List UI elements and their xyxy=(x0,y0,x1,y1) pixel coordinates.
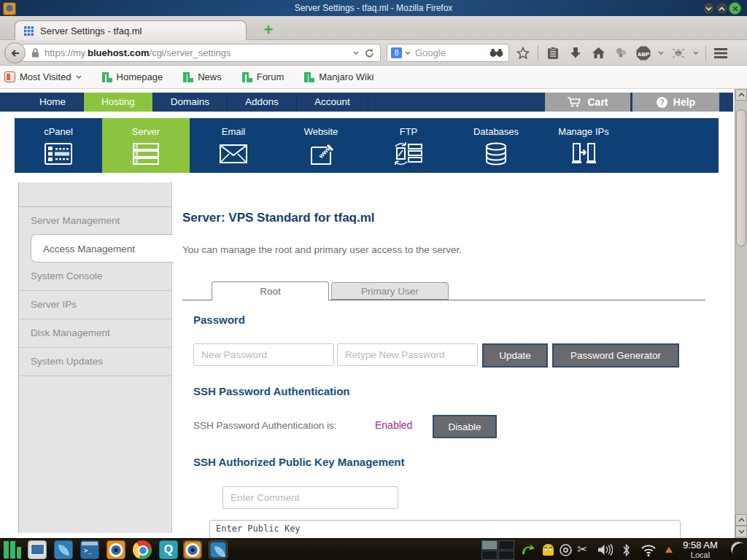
desktop-settings-launcher[interactable] xyxy=(28,540,47,559)
terminal-launcher[interactable]: >_ xyxy=(80,540,99,559)
tile-label: Manage IPs xyxy=(558,126,608,137)
volume-tray-icon[interactable] xyxy=(597,540,613,559)
key-comment-input[interactable] xyxy=(222,486,398,509)
scroll-up-icon xyxy=(738,518,745,522)
taskbar-clock[interactable]: 9:58 AM Local xyxy=(675,540,726,559)
scrollbar-up-button[interactable] xyxy=(735,89,747,101)
update-notifier-tray-icon[interactable] xyxy=(521,540,535,559)
bookmark-star-button[interactable] xyxy=(515,45,531,61)
scrollbar-up-button-2[interactable] xyxy=(735,514,747,526)
workspace-pager[interactable] xyxy=(481,540,515,560)
new-tab-button[interactable]: + xyxy=(260,22,277,39)
alert-tray-icon[interactable] xyxy=(665,540,673,559)
greasemonkey-button[interactable] xyxy=(670,45,686,61)
recorder-tray-icon[interactable] xyxy=(559,540,573,559)
shutter-launcher[interactable] xyxy=(54,540,73,559)
addon-molecule-button[interactable] xyxy=(613,45,629,61)
icon-nav-server[interactable]: Server xyxy=(102,118,190,173)
google-engine-icon[interactable]: 8 xyxy=(391,47,402,58)
addon-dropdown-icon[interactable] xyxy=(693,51,699,55)
icon-nav-ftp[interactable]: FTP xyxy=(365,118,452,173)
clipboard-manager-tray-icon[interactable]: ✂ xyxy=(577,540,587,559)
tile-label: Website xyxy=(304,126,338,137)
nav-item-home[interactable]: Home xyxy=(22,93,84,112)
url-text: https://my.bluehost.com/cgi/server_setti… xyxy=(44,47,353,58)
window-button-shutter[interactable] xyxy=(209,540,228,559)
fin-window-icon xyxy=(210,542,226,558)
workspace-4[interactable] xyxy=(498,551,514,560)
home-button[interactable] xyxy=(590,45,606,61)
browser-eye-launcher[interactable] xyxy=(107,540,125,559)
nav-item-hosting[interactable]: Hosting xyxy=(84,93,153,112)
public-key-textarea[interactable] xyxy=(209,520,681,538)
urlbar-dropdown-icon[interactable] xyxy=(353,51,359,55)
bookmark-forum[interactable]: Forum xyxy=(242,71,285,82)
manjaro-bookmark-icon xyxy=(242,72,252,82)
scroll-up-icon xyxy=(738,93,745,97)
sidebar-item-disk-management[interactable]: Disk Management xyxy=(19,319,171,348)
pacman-tray-icon[interactable] xyxy=(543,540,554,559)
bookmark-news[interactable]: News xyxy=(183,71,222,82)
scrollbar-thumb[interactable] xyxy=(736,109,746,246)
bookmark-label: Homepage xyxy=(117,71,163,82)
window-close-button[interactable] xyxy=(729,2,741,15)
icon-nav-website[interactable]: Website www xyxy=(277,118,365,173)
downloads-button[interactable] xyxy=(568,45,584,61)
binoculars-search-icon[interactable] xyxy=(489,48,504,58)
bookmark-homepage[interactable]: Homepage xyxy=(102,71,163,82)
bluetooth-tray-icon[interactable] xyxy=(622,540,631,559)
icon-nav-databases[interactable]: Databases xyxy=(452,118,540,173)
window-minimize-button[interactable] xyxy=(703,2,715,15)
www-page-icon: www xyxy=(305,141,337,166)
manjaro-menu-button[interactable] xyxy=(3,540,22,559)
abp-dropdown-icon[interactable] xyxy=(658,51,664,55)
nav-item-addons[interactable]: Addons xyxy=(228,93,297,112)
quassel-launcher[interactable]: Q xyxy=(159,540,178,559)
workspace-1[interactable] xyxy=(481,540,498,550)
nav-item-domains[interactable]: Domains xyxy=(153,93,228,112)
browser-scrollbar[interactable] xyxy=(735,89,747,538)
reload-icon[interactable] xyxy=(365,48,374,58)
retype-password-input[interactable] xyxy=(337,343,478,366)
wifi-tray-icon[interactable] xyxy=(640,540,657,559)
bookmark-most-visited[interactable]: Most Visited xyxy=(4,71,82,82)
engine-dropdown-icon[interactable] xyxy=(405,51,411,55)
adblock-plus-button[interactable]: ABP xyxy=(635,45,651,61)
window-maximize-button[interactable] xyxy=(716,2,728,15)
url-bar[interactable]: https://my.bluehost.com/cgi/server_setti… xyxy=(22,44,381,62)
back-button[interactable] xyxy=(4,42,26,63)
speaker-icon xyxy=(597,543,613,556)
orange-triangle-icon xyxy=(665,547,673,553)
disable-button[interactable]: Disable xyxy=(433,415,497,438)
menu-button[interactable] xyxy=(713,45,729,61)
new-password-input[interactable] xyxy=(193,343,334,366)
help-button[interactable]: ? Help xyxy=(632,93,719,112)
tab-primary-user[interactable]: Primary User xyxy=(331,282,449,300)
tab-root[interactable]: Root xyxy=(212,281,329,300)
bookmark-manjaro-wiki[interactable]: Manjaro Wiki xyxy=(304,71,374,82)
tile-label: Databases xyxy=(473,126,519,137)
sidebar-item-system-updates[interactable]: System Updates xyxy=(19,348,171,376)
active-window-button-firefox[interactable] xyxy=(183,540,202,559)
workspace-3[interactable] xyxy=(481,551,498,560)
bookmarks-menu-button[interactable] xyxy=(545,45,561,61)
show-desktop-corner-icon[interactable] xyxy=(731,542,746,556)
nav-item-account[interactable]: Account xyxy=(297,93,368,112)
browser-tab[interactable]: Server Settings - tfaq.ml xyxy=(15,20,247,40)
icon-nav-email[interactable]: Email xyxy=(190,118,277,173)
sidebar-item-system-console[interactable]: System Console xyxy=(19,262,171,291)
back-arrow-icon xyxy=(10,49,20,58)
chrome-launcher[interactable] xyxy=(133,540,152,559)
icon-nav-manage-ips[interactable]: Manage IPs xyxy=(540,118,627,173)
password-generator-button[interactable]: Password Generator xyxy=(552,343,679,368)
workspace-2[interactable] xyxy=(498,540,514,550)
sidebar-item-server-management[interactable]: Server Management xyxy=(19,207,171,235)
scrollbar-down-button[interactable] xyxy=(735,526,747,537)
search-bar[interactable]: 8 Google xyxy=(387,44,509,62)
sidebar-item-access-management[interactable]: Access Management xyxy=(31,234,174,262)
sidebar-item-server-ips[interactable]: Server IPs xyxy=(19,291,171,319)
update-button[interactable]: Update xyxy=(482,343,548,368)
icon-nav-cpanel[interactable]: cPanel xyxy=(15,118,102,173)
cart-button[interactable]: Cart xyxy=(545,93,630,112)
site-icon-nav: cPanel Server Email xyxy=(15,118,719,173)
